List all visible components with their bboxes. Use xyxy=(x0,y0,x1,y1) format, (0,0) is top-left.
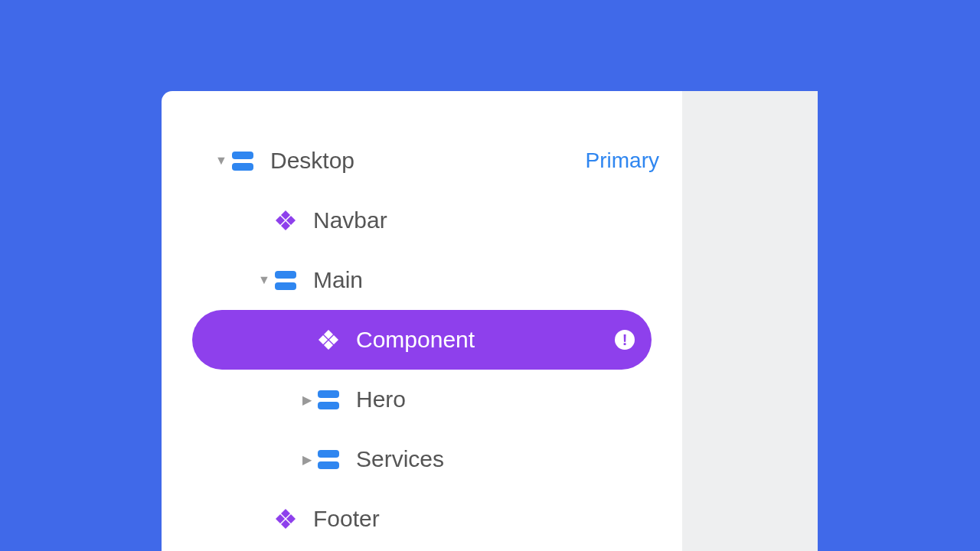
caret-right-icon[interactable]: ▶ xyxy=(299,393,315,407)
component-icon xyxy=(315,328,342,351)
tree-item-footer[interactable]: Footer xyxy=(162,489,682,549)
tree-item-label: Hero xyxy=(356,386,406,412)
tree-item-hero[interactable]: ▶ Hero xyxy=(162,370,682,429)
layers-panel: ▼ Desktop Primary Navbar ▼ xyxy=(162,91,818,551)
tree-item-component[interactable]: Component ! xyxy=(192,310,652,370)
tree-item-label: Desktop xyxy=(270,148,354,174)
component-icon xyxy=(272,507,299,530)
tree-item-navbar[interactable]: Navbar xyxy=(162,191,682,250)
tree-item-label: Component xyxy=(356,327,475,353)
section-icon xyxy=(272,271,299,290)
tree-column: ▼ Desktop Primary Navbar ▼ xyxy=(162,91,682,551)
section-icon xyxy=(315,390,342,409)
caret-right-icon[interactable]: ▶ xyxy=(299,452,315,467)
tree-item-label: Main xyxy=(313,267,363,293)
section-icon xyxy=(229,152,256,171)
properties-panel xyxy=(682,91,818,551)
tree-item-label: Services xyxy=(356,446,444,472)
tree-item-label: Footer xyxy=(313,506,380,532)
tree-item-desktop[interactable]: ▼ Desktop Primary xyxy=(162,131,682,191)
tree-item-label: Navbar xyxy=(313,207,387,233)
caret-down-icon[interactable]: ▼ xyxy=(256,273,272,287)
tree-item-main[interactable]: ▼ Main xyxy=(162,250,682,310)
component-icon xyxy=(272,209,299,232)
tree-item-services[interactable]: ▶ Services xyxy=(162,429,682,489)
caret-down-icon[interactable]: ▼ xyxy=(214,154,229,168)
alert-icon[interactable]: ! xyxy=(615,330,635,350)
section-icon xyxy=(315,450,342,469)
breakpoint-badge[interactable]: Primary xyxy=(586,148,659,173)
